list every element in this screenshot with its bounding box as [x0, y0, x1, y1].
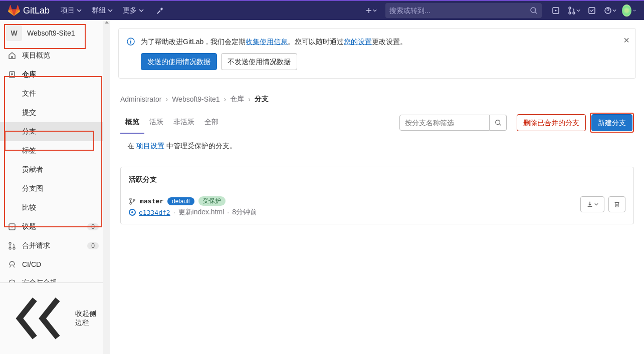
new-branch-button[interactable]: 新建分支 — [591, 114, 632, 131]
crumb-admin[interactable]: Administrator — [120, 95, 161, 103]
commit-sha[interactable]: e1334df2 — [139, 209, 170, 216]
chevron-down-icon — [594, 202, 598, 206]
chevron-down-icon — [108, 8, 113, 13]
help-icon[interactable] — [602, 3, 618, 19]
todos-icon[interactable] — [584, 3, 600, 19]
tabs-row: 概览 活跃 非活跃 全部 删除已合并的分支 新建分支 — [110, 112, 644, 134]
commit-message: 更新index.html — [178, 208, 225, 217]
crumb-repo[interactable]: 仓库 — [230, 95, 244, 104]
issues-icon — [8, 223, 16, 231]
sidebar-item-cicd[interactable]: CI/CD — [0, 255, 107, 273]
project-avatar: W — [6, 25, 22, 41]
sidebar-item-tags[interactable]: 标签 — [0, 141, 107, 160]
brand-text: GitLab — [23, 6, 50, 16]
download-button[interactable] — [580, 196, 604, 212]
svg-point-13 — [13, 247, 15, 249]
issues-count: 0 — [87, 223, 99, 230]
branch-icon — [129, 198, 136, 205]
sidebar-item-repo[interactable]: 仓库 — [0, 65, 107, 84]
sidebar-item-branches[interactable]: 分支 — [0, 122, 107, 141]
panel-header: 活跃分支 — [121, 167, 633, 192]
svg-point-21 — [133, 199, 135, 201]
project-name: Websoft9-Site1 — [27, 29, 75, 37]
main-content: 为了帮助改进GitLab，我们会定期收集使用信息。您可以随时通过您的设置更改设置… — [110, 20, 644, 354]
svg-point-5 — [573, 12, 575, 14]
branch-filter-input[interactable] — [399, 115, 490, 131]
svg-point-12 — [9, 247, 11, 249]
sidebar-collapse[interactable]: 收起侧边栏 — [0, 282, 107, 354]
pipeline-status-icon[interactable] — [129, 209, 136, 216]
alert-link-collect[interactable]: 收集使用信息 — [246, 38, 288, 46]
sidebar-item-graph[interactable]: 分支图 — [0, 179, 107, 198]
sidebar-item-compare[interactable]: 比较 — [0, 198, 107, 217]
filter-search-button[interactable] — [490, 115, 507, 131]
send-usage-button[interactable]: 发送的使用情况数据 — [141, 53, 217, 70]
svg-point-11 — [9, 242, 11, 244]
nav-groups[interactable]: 群组 — [87, 1, 118, 21]
delete-branch-button[interactable] — [608, 196, 625, 212]
nav-more[interactable]: 更多 — [118, 1, 149, 21]
svg-point-18 — [495, 120, 500, 125]
gitlab-logo[interactable]: GitLab — [8, 5, 50, 17]
merge-requests-icon[interactable] — [566, 3, 582, 19]
tab-all[interactable]: 全部 — [199, 112, 224, 134]
default-badge: default — [167, 197, 194, 205]
highlight-box: 新建分支 — [590, 113, 634, 133]
tab-inactive[interactable]: 非活跃 — [168, 112, 199, 134]
sidebar-scrollbar[interactable] — [103, 20, 110, 354]
svg-point-16 — [130, 40, 131, 41]
home-icon — [8, 52, 16, 60]
chevron-down-icon — [77, 8, 82, 13]
plus-icon — [366, 8, 372, 14]
sidebar-item-mrs[interactable]: 合并请求 0 — [0, 236, 107, 255]
doc-icon — [8, 71, 16, 79]
trash-icon — [613, 201, 620, 208]
plus-dropdown[interactable] — [363, 3, 379, 19]
avatar — [622, 5, 631, 17]
top-header: GitLab 项目 群组 更多 — [0, 0, 644, 20]
search-input[interactable] — [389, 7, 530, 15]
usage-alert: 为了帮助改进GitLab，我们会定期收集使用信息。您可以随时通过您的设置更改设置… — [118, 28, 636, 79]
delete-merged-button[interactable]: 删除已合并的分支 — [517, 114, 586, 131]
issues-icon[interactable] — [548, 3, 564, 19]
tab-overview[interactable]: 概览 — [120, 112, 144, 134]
svg-point-4 — [569, 12, 571, 14]
commit-time: 8分钟前 — [232, 208, 257, 217]
svg-point-19 — [130, 198, 132, 200]
nav-projects[interactable]: 项目 — [56, 1, 87, 21]
info-icon — [127, 38, 135, 46]
branch-row: master default 受保护 e1334df2 · 更新index.ht… — [121, 192, 633, 224]
chevron-down-icon — [633, 9, 636, 13]
mrs-count: 0 — [87, 242, 99, 249]
svg-point-2 — [555, 10, 557, 12]
chevron-down-icon — [139, 8, 144, 13]
protected-badge: 受保护 — [198, 196, 226, 206]
sidebar-item-contributors[interactable]: 贡献者 — [0, 160, 107, 179]
tab-active[interactable]: 活跃 — [144, 112, 168, 134]
header-search[interactable] — [385, 3, 542, 18]
nosend-usage-button[interactable]: 不发送使用情况数据 — [221, 53, 297, 70]
chevron-down-icon — [576, 9, 580, 13]
search-icon — [495, 119, 502, 126]
sidebar-project-header[interactable]: W Websoft9-Site1 — [0, 20, 107, 46]
alert-link-settings[interactable]: 您的设置 — [344, 38, 372, 46]
project-settings-link[interactable]: 项目设置 — [136, 142, 164, 150]
branch-name[interactable]: master — [140, 197, 163, 205]
active-branches-panel: 活跃分支 master default 受保护 e1334df2 · 更新ind… — [120, 167, 634, 224]
wrench-icon — [156, 7, 164, 15]
admin-icon[interactable] — [151, 1, 169, 21]
crumb-project[interactable]: Websoft9-Site1 — [172, 95, 220, 103]
sidebar-item-issues[interactable]: 议题 0 — [0, 217, 107, 236]
svg-point-20 — [130, 202, 132, 204]
alert-text: 为了帮助改进GitLab，我们会定期收集使用信息。您可以随时通过您的设置更改设置… — [141, 37, 627, 47]
svg-point-10 — [12, 226, 13, 228]
chevron-down-icon — [612, 9, 616, 13]
close-icon[interactable]: × — [623, 35, 629, 46]
sidebar-item-overview[interactable]: 项目概览 — [0, 46, 107, 65]
sidebar-item-commits[interactable]: 提交 — [0, 103, 107, 122]
svg-point-3 — [569, 7, 571, 9]
tanuki-icon — [8, 5, 20, 17]
sidebar: W Websoft9-Site1 项目概览 仓库 文件 提交 分支 标签 贡献者… — [0, 20, 107, 354]
sidebar-item-files[interactable]: 文件 — [0, 84, 107, 103]
user-menu[interactable] — [620, 3, 636, 19]
